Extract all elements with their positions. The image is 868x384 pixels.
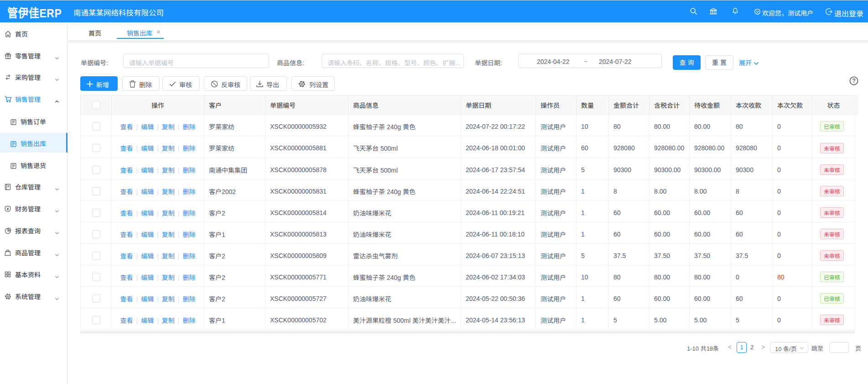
svg-text:?: ? xyxy=(852,78,856,84)
